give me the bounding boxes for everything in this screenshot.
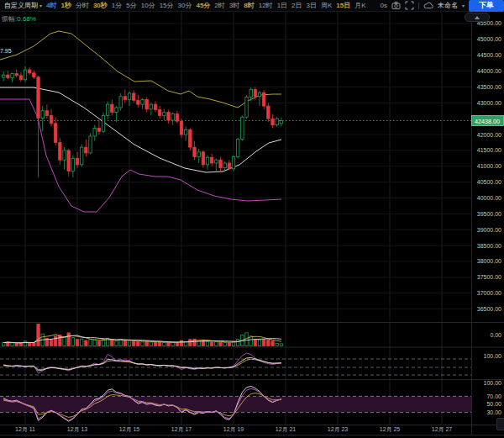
candle-countdown: 0s — [381, 2, 387, 9]
svg-text:0.00: 0.00 — [490, 332, 501, 338]
svg-text:12月 25: 12月 25 — [380, 426, 401, 433]
timeframe-月K[interactable]: 月K — [354, 0, 365, 12]
workspace-name[interactable]: 未命名 — [438, 1, 458, 10]
timeframe-15分[interactable]: 15分 — [160, 0, 174, 12]
toolbar-right: 0s 未命名 ▾ 下单 — [381, 0, 504, 12]
last-price-badge: 42438.00 — [472, 116, 504, 126]
timeframe-8时[interactable]: 8时 — [244, 0, 254, 12]
svg-text:39000.00: 39000.00 — [477, 227, 501, 233]
collapse-toolbar-button[interactable] — [465, 13, 490, 22]
timeframe-5分[interactable]: 5分 — [126, 0, 136, 12]
svg-text:42438.00: 42438.00 — [475, 118, 500, 125]
timeframe-3时[interactable]: 3时 — [229, 0, 239, 12]
place-order-button[interactable]: 下单 — [469, 0, 504, 12]
left-price-fragment: 7.95 — [0, 48, 12, 54]
svg-text:40500.00: 40500.00 — [477, 179, 501, 185]
svg-text:12月 27: 12月 27 — [432, 426, 453, 433]
custom-period-label: 自定义周期 — [4, 1, 38, 10]
svg-text:36500.00: 36500.00 — [477, 306, 501, 312]
svg-text:44000.00: 44000.00 — [477, 68, 501, 74]
svg-text:42000.00: 42000.00 — [477, 132, 501, 138]
svg-text:43000.00: 43000.00 — [477, 100, 501, 106]
svg-text:100.00: 100.00 — [484, 380, 502, 386]
timeframe-4时[interactable]: 4时 — [46, 0, 56, 12]
axis-drag-handle[interactable] — [496, 418, 504, 430]
mid-indicator — [3, 353, 281, 373]
svg-text:30.00: 30.00 — [486, 409, 501, 415]
bollinger-bands — [0, 31, 281, 212]
svg-text:12月 23: 12月 23 — [328, 426, 349, 433]
trading-app: 自定义周期 ▾ 4时1秒分时30秒1分5分10分15分30分45分2时3时8时1… — [0, 0, 504, 438]
svg-text:12月 13: 12月 13 — [67, 426, 88, 433]
timeframe-15日[interactable]: 15日 — [336, 0, 350, 12]
panel-separators — [0, 12, 504, 435]
volume-axis-label: 0.00 — [490, 332, 501, 338]
chart-canvas[interactable]: 45500.0045000.0044500.0044000.0043500.00… — [0, 0, 504, 438]
timeframe-分时[interactable]: 分时 — [76, 0, 89, 12]
timeframe-2时[interactable]: 2时 — [214, 0, 224, 12]
svg-text:41500.00: 41500.00 — [477, 147, 501, 153]
timeframe-30分[interactable]: 30分 — [178, 0, 192, 12]
timeframe-45分[interactable]: 45分 — [196, 0, 210, 12]
svg-text:44500.00: 44500.00 — [477, 52, 501, 58]
timeframe-1分[interactable]: 1分 — [112, 0, 122, 12]
chevron-down-icon: ▾ — [462, 3, 465, 8]
timeframe-周K[interactable]: 周K — [321, 0, 332, 12]
timeframe-3日[interactable]: 3日 — [307, 0, 317, 12]
timeframe-12时[interactable]: 12时 — [259, 0, 273, 12]
kdj-axis-labels: 100.0070.0050.0030.00 — [484, 380, 502, 415]
amplitude-label: 振幅: — [2, 15, 17, 23]
candles — [3, 66, 283, 177]
timeframe-2日[interactable]: 2日 — [291, 0, 302, 12]
svg-text:37500.00: 37500.00 — [477, 274, 501, 280]
svg-text:70.00: 70.00 — [486, 393, 501, 399]
svg-text:12月 17: 12月 17 — [171, 426, 192, 433]
toolbar-divider — [418, 3, 419, 9]
screenshot-camera-icon[interactable] — [391, 1, 401, 10]
svg-text:37000.00: 37000.00 — [477, 290, 501, 296]
timeframe-1日[interactable]: 1日 — [277, 0, 287, 12]
cloud-save-icon[interactable] — [423, 1, 433, 10]
svg-text:38000.00: 38000.00 — [477, 258, 501, 264]
timeframe-1秒[interactable]: 1秒 — [60, 0, 71, 12]
mid-axis-label: 100.00 — [484, 353, 502, 359]
amplitude-value: 0.68% — [17, 15, 36, 23]
volume-bars — [3, 325, 283, 346]
grid — [0, 12, 472, 425]
fullscreen-icon[interactable] — [405, 1, 414, 10]
svg-text:50.00: 50.00 — [486, 401, 501, 407]
amplitude-readout: 振幅:0.68% — [2, 14, 36, 24]
svg-text:12月 15: 12月 15 — [119, 426, 140, 433]
svg-text:100.00: 100.00 — [484, 353, 502, 359]
svg-text:43500.00: 43500.00 — [477, 84, 501, 90]
svg-text:12月 19: 12月 19 — [223, 426, 244, 433]
svg-text:38500.00: 38500.00 — [477, 243, 501, 249]
custom-period-dropdown[interactable]: 自定义周期 ▾ — [4, 1, 42, 10]
date-axis-labels: 12月 1112月 1312月 1512月 1712月 1912月 2112月 … — [15, 426, 452, 433]
svg-text:12月 11: 12月 11 — [15, 426, 35, 433]
svg-text:41000.00: 41000.00 — [477, 163, 501, 169]
svg-text:12月 21: 12月 21 — [276, 426, 297, 433]
timeframe-30秒[interactable]: 30秒 — [93, 0, 108, 12]
timeframe-tabs: 4时1秒分时30秒1分5分10分15分30分45分2时3时8时12时1日2日3日… — [46, 0, 366, 12]
toolbar: 自定义周期 ▾ 4时1秒分时30秒1分5分10分15分30分45分2时3时8时1… — [0, 0, 504, 12]
chevron-down-icon: ▾ — [39, 3, 42, 8]
price-axis-labels: 45500.0045000.0044500.0044000.0043500.00… — [477, 20, 501, 312]
svg-text:45000.00: 45000.00 — [477, 36, 501, 42]
timeframe-10分[interactable]: 10分 — [141, 0, 155, 12]
svg-text:39500.00: 39500.00 — [477, 211, 501, 217]
svg-text:40000.00: 40000.00 — [477, 195, 501, 201]
